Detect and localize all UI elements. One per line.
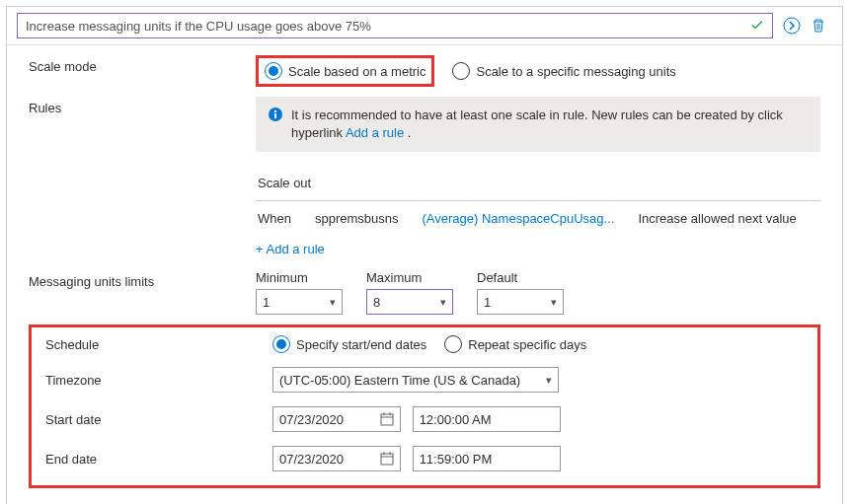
rule-action: Increase allowed next value <box>638 211 796 226</box>
max-label: Maximum <box>366 270 453 285</box>
svg-rect-2 <box>274 113 276 118</box>
min-label: Minimum <box>256 270 343 285</box>
radio-label: Scale based on a metric <box>288 64 426 79</box>
radio-icon <box>452 62 470 80</box>
end-time-input[interactable]: 11:59:00 PM <box>413 446 561 471</box>
scale-out-header: Scale out <box>256 170 820 196</box>
radio-label: Repeat specific days <box>468 337 586 352</box>
delete-icon[interactable] <box>811 18 826 34</box>
min-select[interactable]: 1 ▾ <box>256 289 343 315</box>
info-text: It is recommended to have at least one s… <box>291 107 809 142</box>
highlight-scale-metric: Scale based on a metric <box>256 55 434 87</box>
chevron-down-icon: ▾ <box>440 296 446 309</box>
add-rule-inline-link[interactable]: Add a rule <box>346 125 404 140</box>
end-date-input[interactable]: 07/23/2020 <box>272 446 401 471</box>
rule-when: When <box>258 211 291 226</box>
rule-resource: sppremsbusns <box>315 211 399 226</box>
calendar-icon <box>380 412 394 426</box>
add-rule-link[interactable]: + Add a rule <box>256 242 325 256</box>
rules-label: Rules <box>29 97 256 115</box>
chevron-down-icon: ▾ <box>551 296 557 309</box>
start-time-input[interactable]: 12:00:00 AM <box>413 406 561 432</box>
end-date-label: End date <box>45 452 272 467</box>
radio-icon <box>444 335 462 353</box>
svg-rect-4 <box>381 414 393 425</box>
svg-rect-3 <box>274 110 276 112</box>
radio-scale-metric[interactable]: Scale based on a metric <box>265 62 426 80</box>
rule-metric-link[interactable]: (Average) NamespaceCpuUsag... <box>423 211 615 226</box>
radio-label: Specify start/end dates <box>296 337 426 352</box>
default-select[interactable]: 1 ▾ <box>477 289 564 315</box>
start-date-input[interactable]: 07/23/2020 <box>272 406 401 432</box>
svg-point-0 <box>784 18 800 34</box>
rules-table: Scale out When sppremsbusns (Average) Na… <box>256 170 820 256</box>
info-icon <box>268 107 283 122</box>
condition-name-input[interactable] <box>17 13 773 38</box>
rules-info-box: It is recommended to have at least one s… <box>256 97 820 152</box>
default-label: Default <box>477 270 564 285</box>
start-date-label: Start date <box>45 412 272 427</box>
header-row <box>7 7 842 44</box>
highlight-schedule: Schedule Specify start/end dates Repeat … <box>29 324 820 488</box>
timezone-select[interactable]: (UTC-05:00) Eastern Time (US & Canada) ▾ <box>272 367 559 393</box>
timezone-label: Timezone <box>45 373 272 388</box>
rule-row[interactable]: When sppremsbusns (Average) NamespaceCpu… <box>256 209 820 228</box>
scale-mode-label: Scale mode <box>29 55 256 74</box>
svg-rect-8 <box>381 454 393 465</box>
radio-scale-specific[interactable]: Scale to a specific messaging units <box>452 62 675 80</box>
limits-label: Messaging units limits <box>29 270 256 289</box>
arrow-right-circle-icon[interactable] <box>783 17 801 35</box>
scale-mode-row: Scale mode Scale based on a metric Scale… <box>29 55 820 87</box>
max-select[interactable]: 8 ▾ <box>366 289 453 315</box>
schedule-label: Schedule <box>45 337 272 352</box>
chevron-down-icon: ▾ <box>330 296 336 309</box>
radio-repeat[interactable]: Repeat specific days <box>444 335 586 353</box>
radio-icon <box>265 62 282 80</box>
chevron-down-icon: ▾ <box>546 374 552 387</box>
check-icon <box>749 17 765 33</box>
radio-icon <box>272 335 290 353</box>
radio-label: Scale to a specific messaging units <box>476 64 675 79</box>
calendar-icon <box>380 452 394 466</box>
radio-start-end[interactable]: Specify start/end dates <box>272 335 426 353</box>
autoscale-panel: Scale mode Scale based on a metric Scale… <box>6 6 843 504</box>
